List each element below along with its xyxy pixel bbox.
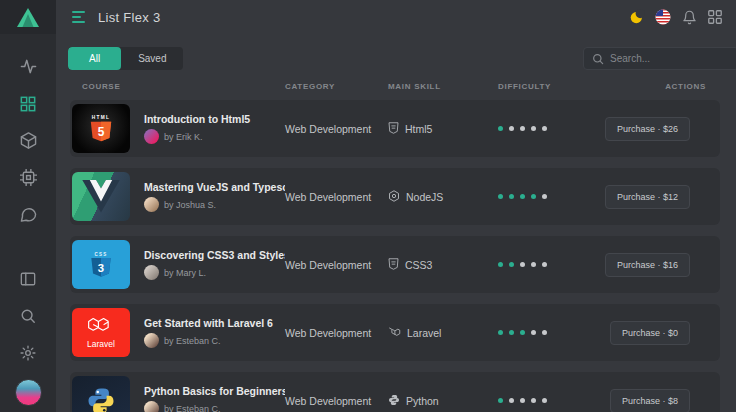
- author-line: by Erik K.: [144, 129, 250, 144]
- difficulty-cell: [498, 262, 605, 267]
- action-cell: Purchase · $16: [605, 253, 720, 277]
- difficulty-cell: [498, 194, 605, 199]
- course-thumbnail: HTML5: [72, 104, 130, 153]
- dark-mode-moon-icon[interactable]: [629, 9, 645, 25]
- skill-name: NodeJS: [406, 191, 443, 203]
- sidebar-item-packages[interactable]: [10, 122, 46, 159]
- difficulty-dot: [542, 262, 547, 267]
- course-title: Introduction to Html5: [144, 113, 250, 125]
- category-cell: Web Development: [285, 259, 388, 271]
- difficulty-cell: [498, 398, 605, 403]
- gear-icon: [20, 345, 36, 361]
- svg-text:HTML: HTML: [92, 115, 111, 120]
- purchase-button[interactable]: Purchase · $0: [610, 321, 690, 345]
- sidebar-item-settings[interactable]: [10, 334, 46, 371]
- skill-name: Laravel: [407, 327, 441, 339]
- difficulty-dot: [498, 262, 503, 267]
- sidebar-item-dashboard[interactable]: [10, 85, 46, 122]
- course-thumbnail: Laravel: [72, 308, 130, 357]
- purchase-button[interactable]: Purchase · $12: [605, 185, 690, 209]
- author-avatar: [144, 129, 159, 144]
- table-row[interactable]: LaravelGet Started with Laravel 6by Este…: [70, 304, 720, 361]
- difficulty-dot: [509, 194, 514, 199]
- difficulty-dot: [542, 126, 547, 131]
- difficulty-dot: [531, 126, 536, 131]
- difficulty-dot: [542, 398, 547, 403]
- thumbnail-label: Laravel: [87, 339, 115, 349]
- menu-toggle-icon[interactable]: [72, 11, 85, 23]
- layout-panel-icon: [20, 271, 36, 287]
- difficulty-dot: [520, 194, 525, 199]
- search-icon: [592, 53, 604, 65]
- css3-icon: [388, 256, 399, 274]
- course-meta: Get Started with Laravel 6by Esteban C.: [144, 317, 273, 348]
- skill-name: Python: [406, 395, 439, 407]
- difficulty-dot: [542, 330, 547, 335]
- difficulty-dot: [498, 398, 503, 403]
- course-cell: CSS3Discovering CSS3 and Stylesheetsby M…: [70, 240, 285, 289]
- tab-saved[interactable]: Saved: [121, 47, 183, 70]
- difficulty-dot: [509, 398, 514, 403]
- table-row[interactable]: Mastering VueJS and Typescriptby Joshua …: [70, 168, 720, 225]
- skill-cell: CSS3: [388, 256, 498, 274]
- triangle-logo-icon: [17, 8, 39, 27]
- chat-bubble-icon: [20, 206, 37, 223]
- topbar-icons: [629, 9, 723, 25]
- author-name: by Joshua S.: [164, 200, 216, 210]
- difficulty-dot: [498, 126, 503, 131]
- action-cell: Purchase · $12: [605, 185, 720, 209]
- course-title: Get Started with Laravel 6: [144, 317, 273, 329]
- dashboard-grid-icon: [20, 96, 36, 112]
- course-thumbnail: [72, 172, 130, 221]
- course-meta: Mastering VueJS and Typescriptby Joshua …: [144, 181, 285, 212]
- purchase-button[interactable]: Purchase · $16: [605, 253, 690, 277]
- category-cell: Web Development: [285, 191, 388, 203]
- sidebar-item-messages[interactable]: [10, 196, 46, 233]
- author-avatar: [144, 197, 159, 212]
- difficulty-dot: [531, 194, 536, 199]
- skill-cell: Laravel: [388, 324, 498, 342]
- sidebar-item-activity[interactable]: [10, 48, 46, 85]
- author-name: by Mary L.: [164, 268, 206, 278]
- action-cell: Purchase · $0: [605, 321, 720, 345]
- purchase-button[interactable]: Purchase · $26: [605, 117, 690, 141]
- tab-all[interactable]: All: [68, 47, 121, 70]
- category-cell: Web Development: [285, 395, 388, 407]
- laravel-icon: [388, 324, 401, 342]
- sidebar-item-search[interactable]: [10, 297, 46, 334]
- sidebar-item-layout[interactable]: [10, 260, 46, 297]
- notifications-bell-icon[interactable]: [681, 9, 697, 25]
- difficulty-dot: [542, 194, 547, 199]
- html5-icon: [388, 120, 399, 138]
- purchase-button[interactable]: Purchase · $8: [610, 389, 690, 412]
- apps-grid-icon[interactable]: [707, 9, 723, 25]
- column-header-difficulty: DIFFICULTY: [498, 82, 605, 91]
- difficulty-dot: [498, 194, 503, 199]
- difficulty-dot: [509, 126, 514, 131]
- skill-cell: NodeJS: [388, 188, 498, 206]
- app-logo[interactable]: [0, 0, 56, 34]
- author-name: by Esteban C.: [164, 336, 221, 346]
- activity-icon: [20, 58, 37, 75]
- search-box[interactable]: [583, 47, 736, 70]
- action-cell: Purchase · $26: [605, 117, 720, 141]
- difficulty-cell: [498, 126, 605, 131]
- author-avatar: [144, 265, 159, 280]
- table-row[interactable]: CSS3Discovering CSS3 and Stylesheetsby M…: [70, 236, 720, 293]
- difficulty-dot: [531, 330, 536, 335]
- skill-name: Html5: [405, 123, 432, 135]
- topbar: List Flex 3: [56, 0, 736, 34]
- box-icon: [20, 132, 37, 149]
- user-avatar[interactable]: [15, 379, 42, 406]
- search-input[interactable]: [610, 53, 730, 64]
- table-row[interactable]: Python Basics for Beginnersby Esteban C.…: [70, 372, 720, 412]
- main-content: List Flex 3: [56, 0, 736, 412]
- difficulty-dot: [509, 262, 514, 267]
- table-row[interactable]: HTML5Introduction to Html5by Erik K.Web …: [70, 100, 720, 157]
- skill-cell: Html5: [388, 120, 498, 138]
- author-line: by Esteban C.: [144, 401, 285, 412]
- svg-text:CSS: CSS: [94, 251, 107, 256]
- language-flag-icon[interactable]: [655, 9, 671, 25]
- difficulty-dot: [520, 398, 525, 403]
- sidebar-item-system[interactable]: [10, 159, 46, 196]
